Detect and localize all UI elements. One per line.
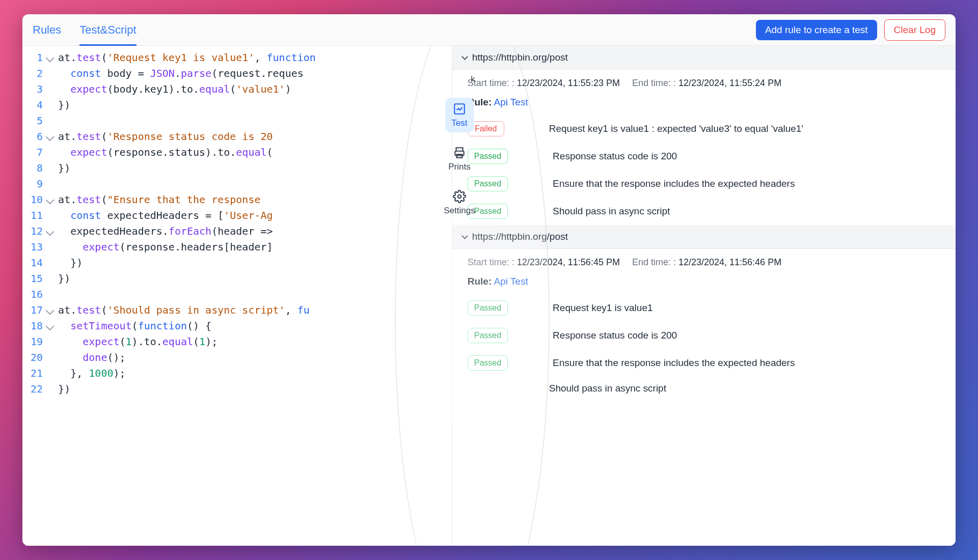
- code-line[interactable]: expect(body.key1).to.equal('value1'): [58, 81, 452, 97]
- line-gutter: 12345678910111213141516171819202122: [22, 46, 55, 546]
- gutter-row: 3: [31, 81, 53, 97]
- line-number: 22: [31, 381, 43, 397]
- gutter-row: 20: [31, 350, 53, 366]
- code-line[interactable]: done();: [58, 350, 452, 366]
- status-badge: Passed: [468, 355, 508, 371]
- line-number: 2: [37, 66, 43, 81]
- add-rule-button[interactable]: Add rule to create a test: [756, 20, 877, 40]
- test-text: Request key1 is value1: [553, 302, 653, 314]
- gutter-row: 7: [31, 145, 53, 160]
- side-item-prints[interactable]: Prints: [442, 142, 476, 176]
- code-line[interactable]: [58, 176, 452, 192]
- tab-test-script[interactable]: Test&Script: [79, 14, 136, 45]
- test-row: PassedResponse status code is 200: [452, 322, 956, 349]
- result-group-header[interactable]: https://httpbin.org/post: [452, 46, 956, 70]
- code-area[interactable]: at.test('Request key1 is value1', functi…: [55, 46, 452, 546]
- tabs: Rules Test&Script: [33, 14, 137, 45]
- line-number: 3: [37, 81, 43, 97]
- gutter-row: 11: [31, 208, 53, 223]
- code-editor[interactable]: 12345678910111213141516171819202122 at.t…: [22, 46, 452, 546]
- side-item-test[interactable]: Test: [445, 98, 473, 132]
- line-number: 10: [31, 192, 43, 208]
- fold-chevron-icon[interactable]: [46, 129, 53, 145]
- line-number: 16: [31, 287, 43, 302]
- gutter-row: 18: [31, 318, 53, 334]
- fold-chevron-icon[interactable]: [46, 50, 53, 66]
- result-rule: Rule: Api Test: [452, 93, 956, 115]
- line-number: 13: [31, 239, 43, 255]
- result-meta: Start time: : 12/23/2024, 11:56:45 PMEnd…: [452, 249, 956, 272]
- code-line[interactable]: }, 1000);: [58, 366, 452, 381]
- fold-chevron-icon[interactable]: [46, 302, 53, 318]
- gutter-row: 6: [31, 129, 53, 145]
- code-line[interactable]: const expectedHeaders = ['User-Ag: [58, 208, 452, 223]
- gutter-row: 22: [31, 381, 53, 397]
- status-badge: Passed: [468, 328, 508, 343]
- result-url: https://httpbin.org/post: [472, 231, 568, 242]
- test-row: PassedEnsure that the response includes …: [452, 170, 956, 198]
- test-text: Response status code is 200: [553, 151, 677, 162]
- code-line[interactable]: }): [58, 160, 452, 176]
- line-number: 18: [31, 318, 43, 334]
- topbar-actions: Add rule to create a test Clear Log: [756, 19, 945, 41]
- code-line[interactable]: }): [58, 381, 452, 397]
- code-line[interactable]: expect(response.status).to.equal(: [58, 145, 452, 160]
- fold-chevron-icon[interactable]: [46, 192, 53, 208]
- results-panel: https://httpbin.org/postStart time: : 12…: [452, 46, 956, 546]
- code-line[interactable]: expect(1).to.equal(1);: [58, 334, 452, 350]
- result-group-header[interactable]: https://httpbin.org/post: [452, 225, 956, 249]
- fold-chevron-icon[interactable]: [46, 223, 53, 239]
- chevron-down-icon: [461, 233, 468, 239]
- code-line[interactable]: setTimeout(function() {: [58, 318, 452, 334]
- code-line[interactable]: at.test('Request key1 is value1', functi…: [58, 50, 452, 66]
- code-line[interactable]: [58, 287, 452, 302]
- test-row: Should pass in async script: [452, 377, 956, 400]
- code-line[interactable]: [58, 113, 452, 129]
- tab-rules[interactable]: Rules: [33, 14, 61, 45]
- test-row: PassedResponse status code is 200: [452, 143, 956, 170]
- test-text: Ensure that the response includes the ex…: [553, 178, 795, 189]
- side-label-test: Test: [451, 118, 467, 128]
- rule-link[interactable]: Api Test: [494, 276, 528, 287]
- code-line[interactable]: const body = JSON.parse(request.reques: [58, 66, 452, 81]
- gutter-row: 10: [31, 192, 53, 208]
- test-row: PassedRequest key1 is value1: [452, 294, 956, 322]
- gutter-row: 16: [31, 287, 53, 302]
- line-number: 1: [37, 50, 43, 66]
- line-number: 6: [37, 129, 43, 145]
- line-number: 8: [37, 160, 43, 176]
- code-line[interactable]: at.test("Ensure that the response: [58, 192, 452, 208]
- gutter-row: 2: [31, 66, 53, 81]
- line-number: 12: [31, 223, 43, 239]
- line-number: 11: [31, 208, 43, 223]
- code-line[interactable]: }): [58, 271, 452, 287]
- code-line[interactable]: at.test('Should pass in async script', f…: [58, 302, 452, 318]
- side-item-mark[interactable]: k: [465, 70, 481, 89]
- side-label-settings: Settings: [444, 206, 475, 216]
- code-line[interactable]: }): [58, 97, 452, 113]
- gutter-row: 4: [31, 97, 53, 113]
- line-number: 5: [37, 113, 43, 129]
- gutter-row: 17: [31, 302, 53, 318]
- gutter-row: 13: [31, 239, 53, 255]
- result-meta: Start time: : 12/23/2024, 11:55:23 PMEnd…: [452, 70, 956, 93]
- test-text: Response status code is 200: [553, 330, 677, 341]
- clear-log-button[interactable]: Clear Log: [884, 19, 945, 41]
- test-row: FailedRequest key1 is value1 : expected …: [452, 115, 956, 143]
- line-number: 19: [31, 334, 43, 350]
- test-text: Should pass in async script: [549, 383, 666, 394]
- side-item-settings[interactable]: Settings: [438, 185, 481, 220]
- test-text: Ensure that the response includes the ex…: [553, 357, 795, 369]
- line-number: 15: [31, 271, 43, 287]
- chevron-down-icon: [461, 53, 468, 60]
- code-line[interactable]: }): [58, 255, 452, 271]
- test-text: Request key1 is value1 : expected 'value…: [549, 123, 803, 134]
- line-number: 7: [37, 145, 43, 160]
- code-line[interactable]: expectedHeaders.forEach(header =>: [58, 223, 452, 239]
- code-line[interactable]: at.test('Response status code is 20: [58, 129, 452, 145]
- line-number: 20: [31, 350, 43, 366]
- side-icon-rail: k Test Prints Settings: [438, 70, 481, 220]
- code-line[interactable]: expect(response.headers[header]: [58, 239, 452, 255]
- rule-link[interactable]: Api Test: [494, 97, 528, 107]
- fold-chevron-icon[interactable]: [46, 318, 53, 334]
